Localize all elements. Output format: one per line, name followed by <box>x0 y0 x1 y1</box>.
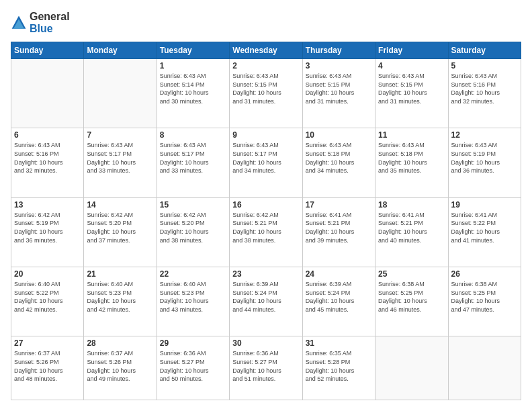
day-number: 31 <box>306 338 372 348</box>
day-number: 4 <box>378 61 445 71</box>
calendar-cell: 27Sunrise: 6:37 AM Sunset: 5:26 PM Dayli… <box>11 336 84 400</box>
cell-content: Sunrise: 6:42 AM Sunset: 5:20 PM Dayligh… <box>160 211 226 244</box>
day-number: 13 <box>14 200 81 210</box>
day-number: 30 <box>232 338 299 348</box>
cell-content: Sunrise: 6:40 AM Sunset: 5:23 PM Dayligh… <box>160 280 226 314</box>
cell-content: Sunrise: 6:41 AM Sunset: 5:21 PM Dayligh… <box>378 211 445 244</box>
week-row-2: 6Sunrise: 6:43 AM Sunset: 5:16 PM Daylig… <box>11 128 521 197</box>
day-number: 24 <box>306 269 372 279</box>
calendar-cell: 26Sunrise: 6:38 AM Sunset: 5:25 PM Dayli… <box>448 267 521 336</box>
logo-text: General Blue <box>30 11 70 35</box>
cell-content: Sunrise: 6:43 AM Sunset: 5:18 PM Dayligh… <box>378 141 445 175</box>
day-number: 22 <box>160 269 226 279</box>
cell-content: Sunrise: 6:39 AM Sunset: 5:24 PM Dayligh… <box>232 280 299 314</box>
calendar-cell: 12Sunrise: 6:43 AM Sunset: 5:19 PM Dayli… <box>448 128 521 197</box>
cell-content: Sunrise: 6:43 AM Sunset: 5:16 PM Dayligh… <box>14 141 81 175</box>
calendar-cell: 19Sunrise: 6:41 AM Sunset: 5:22 PM Dayli… <box>448 197 521 267</box>
header: General Blue <box>11 11 521 35</box>
cell-content: Sunrise: 6:43 AM Sunset: 5:16 PM Dayligh… <box>451 72 518 105</box>
day-number: 10 <box>306 130 372 140</box>
cell-content: Sunrise: 6:43 AM Sunset: 5:17 PM Dayligh… <box>232 141 299 175</box>
calendar-cell: 20Sunrise: 6:40 AM Sunset: 5:22 PM Dayli… <box>11 267 84 336</box>
calendar-cell: 3Sunrise: 6:43 AM Sunset: 5:15 PM Daylig… <box>302 59 375 128</box>
day-number: 2 <box>232 61 299 71</box>
day-number: 1 <box>160 61 226 71</box>
cell-content: Sunrise: 6:42 AM Sunset: 5:20 PM Dayligh… <box>87 211 153 244</box>
calendar-cell: 28Sunrise: 6:37 AM Sunset: 5:26 PM Dayli… <box>84 336 157 400</box>
week-row-4: 20Sunrise: 6:40 AM Sunset: 5:22 PM Dayli… <box>11 267 521 336</box>
calendar-cell <box>375 336 448 400</box>
calendar-cell: 14Sunrise: 6:42 AM Sunset: 5:20 PM Dayli… <box>84 197 157 267</box>
cell-content: Sunrise: 6:38 AM Sunset: 5:25 PM Dayligh… <box>378 280 445 314</box>
calendar-cell: 4Sunrise: 6:43 AM Sunset: 5:15 PM Daylig… <box>375 59 448 128</box>
calendar-cell: 31Sunrise: 6:35 AM Sunset: 5:28 PM Dayli… <box>302 336 375 400</box>
calendar-cell: 5Sunrise: 6:43 AM Sunset: 5:16 PM Daylig… <box>448 59 521 128</box>
cell-content: Sunrise: 6:41 AM Sunset: 5:21 PM Dayligh… <box>306 211 372 244</box>
cell-content: Sunrise: 6:43 AM Sunset: 5:19 PM Dayligh… <box>451 141 518 175</box>
calendar-cell: 30Sunrise: 6:36 AM Sunset: 5:27 PM Dayli… <box>230 336 302 400</box>
day-number: 15 <box>160 200 226 210</box>
cell-content: Sunrise: 6:42 AM Sunset: 5:19 PM Dayligh… <box>14 211 81 244</box>
day-number: 18 <box>378 200 445 210</box>
week-row-3: 13Sunrise: 6:42 AM Sunset: 5:19 PM Dayli… <box>11 197 521 267</box>
weekday-header-tuesday: Tuesday <box>157 42 229 59</box>
calendar-cell: 21Sunrise: 6:40 AM Sunset: 5:23 PM Dayli… <box>84 267 157 336</box>
day-number: 16 <box>232 200 299 210</box>
cell-content: Sunrise: 6:37 AM Sunset: 5:26 PM Dayligh… <box>87 349 153 383</box>
page: General Blue SundayMondayTuesdayWednesda… <box>0 0 532 411</box>
calendar-cell: 2Sunrise: 6:43 AM Sunset: 5:15 PM Daylig… <box>230 59 302 128</box>
day-number: 3 <box>306 61 372 71</box>
calendar-cell: 11Sunrise: 6:43 AM Sunset: 5:18 PM Dayli… <box>375 128 448 197</box>
cell-content: Sunrise: 6:36 AM Sunset: 5:27 PM Dayligh… <box>160 349 226 383</box>
calendar-cell: 13Sunrise: 6:42 AM Sunset: 5:19 PM Dayli… <box>11 197 84 267</box>
calendar-cell: 10Sunrise: 6:43 AM Sunset: 5:18 PM Dayli… <box>302 128 375 197</box>
day-number: 25 <box>378 269 445 279</box>
cell-content: Sunrise: 6:43 AM Sunset: 5:15 PM Dayligh… <box>232 72 299 105</box>
cell-content: Sunrise: 6:43 AM Sunset: 5:15 PM Dayligh… <box>378 72 445 105</box>
day-number: 17 <box>306 200 372 210</box>
calendar-cell: 1Sunrise: 6:43 AM Sunset: 5:14 PM Daylig… <box>157 59 229 128</box>
cell-content: Sunrise: 6:43 AM Sunset: 5:17 PM Dayligh… <box>87 141 153 175</box>
cell-content: Sunrise: 6:36 AM Sunset: 5:27 PM Dayligh… <box>232 349 299 383</box>
cell-content: Sunrise: 6:41 AM Sunset: 5:22 PM Dayligh… <box>451 211 518 244</box>
calendar-cell: 23Sunrise: 6:39 AM Sunset: 5:24 PM Dayli… <box>230 267 302 336</box>
cell-content: Sunrise: 6:40 AM Sunset: 5:22 PM Dayligh… <box>14 280 81 314</box>
day-number: 8 <box>160 130 226 140</box>
day-number: 21 <box>87 269 153 279</box>
weekday-header-row: SundayMondayTuesdayWednesdayThursdayFrid… <box>11 42 521 59</box>
calendar-cell: 18Sunrise: 6:41 AM Sunset: 5:21 PM Dayli… <box>375 197 448 267</box>
cell-content: Sunrise: 6:39 AM Sunset: 5:24 PM Dayligh… <box>306 280 372 314</box>
calendar-cell: 7Sunrise: 6:43 AM Sunset: 5:17 PM Daylig… <box>84 128 157 197</box>
day-number: 29 <box>160 338 226 348</box>
day-number: 23 <box>232 269 299 279</box>
calendar-cell: 6Sunrise: 6:43 AM Sunset: 5:16 PM Daylig… <box>11 128 84 197</box>
logo: General Blue <box>11 11 70 35</box>
day-number: 26 <box>451 269 518 279</box>
calendar-table: SundayMondayTuesdayWednesdayThursdayFrid… <box>11 42 521 400</box>
day-number: 6 <box>14 130 81 140</box>
week-row-5: 27Sunrise: 6:37 AM Sunset: 5:26 PM Dayli… <box>11 336 521 400</box>
cell-content: Sunrise: 6:38 AM Sunset: 5:25 PM Dayligh… <box>451 280 518 314</box>
calendar-cell: 24Sunrise: 6:39 AM Sunset: 5:24 PM Dayli… <box>302 267 375 336</box>
day-number: 14 <box>87 200 153 210</box>
calendar-cell: 22Sunrise: 6:40 AM Sunset: 5:23 PM Dayli… <box>157 267 229 336</box>
calendar-cell <box>448 336 521 400</box>
day-number: 20 <box>14 269 81 279</box>
calendar-cell: 15Sunrise: 6:42 AM Sunset: 5:20 PM Dayli… <box>157 197 229 267</box>
calendar-cell: 16Sunrise: 6:42 AM Sunset: 5:21 PM Dayli… <box>230 197 302 267</box>
day-number: 9 <box>232 130 299 140</box>
cell-content: Sunrise: 6:43 AM Sunset: 5:17 PM Dayligh… <box>160 141 226 175</box>
day-number: 27 <box>14 338 81 348</box>
weekday-header-saturday: Saturday <box>448 42 521 59</box>
cell-content: Sunrise: 6:35 AM Sunset: 5:28 PM Dayligh… <box>306 349 372 383</box>
week-row-1: 1Sunrise: 6:43 AM Sunset: 5:14 PM Daylig… <box>11 59 521 128</box>
day-number: 7 <box>87 130 153 140</box>
cell-content: Sunrise: 6:42 AM Sunset: 5:21 PM Dayligh… <box>232 211 299 244</box>
logo-icon <box>11 15 27 31</box>
cell-content: Sunrise: 6:43 AM Sunset: 5:14 PM Dayligh… <box>160 72 226 105</box>
calendar-cell: 8Sunrise: 6:43 AM Sunset: 5:17 PM Daylig… <box>157 128 229 197</box>
calendar-cell: 25Sunrise: 6:38 AM Sunset: 5:25 PM Dayli… <box>375 267 448 336</box>
cell-content: Sunrise: 6:43 AM Sunset: 5:18 PM Dayligh… <box>306 141 372 175</box>
day-number: 5 <box>451 61 518 71</box>
cell-content: Sunrise: 6:40 AM Sunset: 5:23 PM Dayligh… <box>87 280 153 314</box>
